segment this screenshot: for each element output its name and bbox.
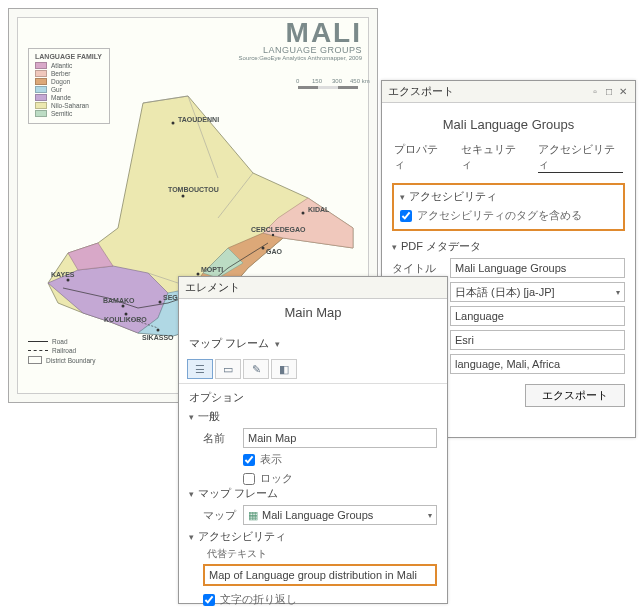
- svg-text:KIDAL: KIDAL: [308, 206, 330, 213]
- svg-text:TOMBOUCTOU: TOMBOUCTOU: [168, 186, 219, 193]
- general-section[interactable]: 一般: [189, 409, 437, 424]
- svg-point-20: [157, 329, 160, 332]
- map-icon: ▦: [248, 509, 258, 522]
- include-tags-label: アクセシビリティのタグを含める: [417, 208, 582, 223]
- svg-text:GAO: GAO: [266, 248, 283, 255]
- export-header: エクスポート ▫ □ ✕: [382, 81, 635, 103]
- dock-icon[interactable]: ▫: [589, 86, 601, 98]
- tool-display-icon[interactable]: ▭: [215, 359, 241, 379]
- export-title: エクスポート: [388, 84, 454, 99]
- tool-placement-icon[interactable]: ✎: [243, 359, 269, 379]
- export-button[interactable]: エクスポート: [525, 384, 625, 407]
- meta-subject-input[interactable]: [450, 306, 625, 326]
- map-select[interactable]: ▦Mali Language Groups▾: [243, 505, 437, 525]
- alt-text-label: 代替テキスト: [207, 547, 437, 561]
- alt-text-input[interactable]: [203, 564, 437, 586]
- tab-properties[interactable]: プロパティ: [394, 142, 447, 173]
- accessibility-section[interactable]: アクセシビリティ: [400, 189, 617, 204]
- element-toolbar: ☰ ▭ ✎ ◧: [179, 355, 447, 384]
- svg-text:BAMAKO: BAMAKO: [103, 297, 135, 304]
- meta-keywords-input[interactable]: [450, 354, 625, 374]
- svg-text:TAOUDENNI: TAOUDENNI: [178, 116, 219, 123]
- element-panel: エレメント Main Map マップ フレーム ▾ ☰ ▭ ✎ ◧ オプション …: [178, 276, 448, 604]
- svg-point-0: [172, 122, 175, 125]
- include-tags-checkbox[interactable]: [400, 210, 412, 222]
- close-icon[interactable]: ✕: [617, 86, 629, 98]
- svg-point-18: [67, 279, 70, 282]
- svg-point-4: [302, 212, 305, 215]
- svg-text:KAYES: KAYES: [51, 271, 75, 278]
- svg-point-6: [262, 247, 265, 250]
- tool-format-icon[interactable]: ☰: [187, 359, 213, 379]
- svg-text:KOULIKORO: KOULIKORO: [104, 316, 147, 323]
- wrap-checkbox[interactable]: [203, 594, 215, 606]
- svg-point-16: [122, 305, 125, 308]
- meta-author-input[interactable]: [450, 330, 625, 350]
- tab-accessibility[interactable]: アクセシビリティ: [538, 142, 623, 173]
- export-doc-title: Mali Language Groups: [392, 111, 625, 142]
- options-label: オプション: [189, 386, 437, 409]
- element-doc-title: Main Map: [179, 299, 447, 330]
- lock-checkbox[interactable]: [243, 473, 255, 485]
- mapframe-section[interactable]: マップ フレーム: [189, 486, 437, 501]
- element-header: エレメント: [179, 277, 447, 299]
- visible-checkbox[interactable]: [243, 454, 255, 466]
- svg-point-2: [182, 195, 185, 198]
- tab-security[interactable]: セキュリティ: [461, 142, 524, 173]
- svg-point-8: [272, 234, 274, 236]
- meta-title-input[interactable]: [450, 258, 625, 278]
- pin-icon[interactable]: □: [603, 86, 615, 98]
- tool-link-icon[interactable]: ◧: [271, 359, 297, 379]
- svg-point-12: [159, 301, 162, 304]
- frame-label: マップ フレーム: [189, 336, 269, 351]
- elem-accessibility-section[interactable]: アクセシビリティ: [189, 529, 437, 544]
- meta-lang-select[interactable]: 日本語 (日本) [ja-JP]▾: [450, 282, 625, 302]
- svg-text:MOPTI: MOPTI: [201, 266, 223, 273]
- pdf-meta-section[interactable]: PDF メタデータ: [392, 239, 625, 254]
- accessibility-highlight: アクセシビリティ アクセシビリティのタグを含める: [392, 183, 625, 231]
- name-input[interactable]: [243, 428, 437, 448]
- export-tabs: プロパティ セキュリティ アクセシビリティ: [392, 142, 625, 179]
- svg-text:SIKASSO: SIKASSO: [142, 334, 174, 341]
- svg-text:CERCLEDEGAO: CERCLEDEGAO: [251, 226, 306, 233]
- element-title: エレメント: [185, 280, 240, 295]
